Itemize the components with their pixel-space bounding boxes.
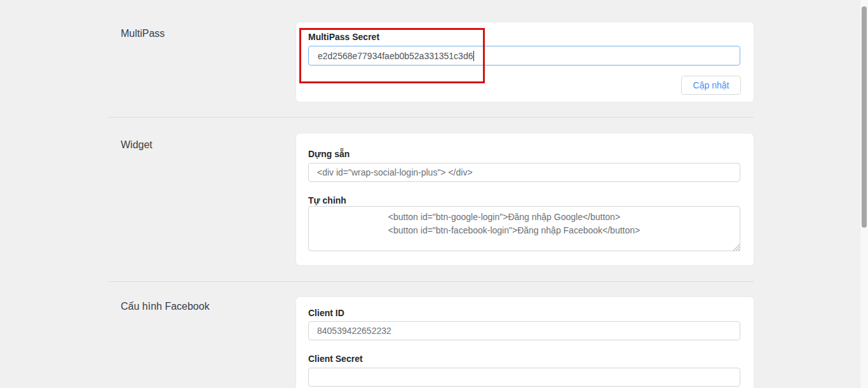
multipass-secret-value: e2d2568e77934faeb0b52a331351c3d6 — [318, 51, 473, 61]
vertical-scrollbar-track[interactable] — [860, 0, 868, 388]
multipass-secret-input[interactable]: e2d2568e77934faeb0b52a331351c3d6 — [308, 46, 740, 66]
settings-page: MultiPass MultiPass Secret e2d2568e77934… — [0, 0, 868, 388]
widget-custom-label: Tự chỉnh — [308, 195, 346, 205]
section-title-multipass: MultiPass — [121, 28, 165, 39]
update-button[interactable]: Cập nhật — [681, 76, 741, 95]
facebook-client-secret-input[interactable] — [308, 368, 740, 387]
multipass-secret-label: MultiPass Secret — [308, 32, 379, 42]
facebook-client-id-input[interactable] — [308, 321, 740, 340]
section-title-facebook-config: Cấu hình Facebook — [121, 301, 210, 312]
section-divider — [109, 117, 754, 118]
section-divider — [109, 281, 754, 282]
text-caret-icon — [473, 51, 474, 61]
section-title-widget: Widget — [121, 139, 153, 151]
vertical-scrollbar-thumb[interactable] — [862, 6, 867, 228]
facebook-client-secret-label: Client Secret — [308, 354, 363, 364]
widget-custom-textarea[interactable]: <button id="btn-google-login">Đăng nhập … — [308, 206, 740, 251]
widget-card: Dựng sẵn Tự chỉnh <button id="btn-google… — [296, 134, 754, 265]
multipass-card: MultiPass Secret e2d2568e77934faeb0b52a3… — [296, 22, 754, 102]
facebook-client-id-label: Client ID — [308, 308, 344, 318]
facebook-config-card: Client ID Client Secret — [296, 297, 754, 388]
widget-prebuilt-input[interactable] — [308, 163, 740, 182]
widget-prebuilt-label: Dựng sẵn — [308, 149, 349, 159]
